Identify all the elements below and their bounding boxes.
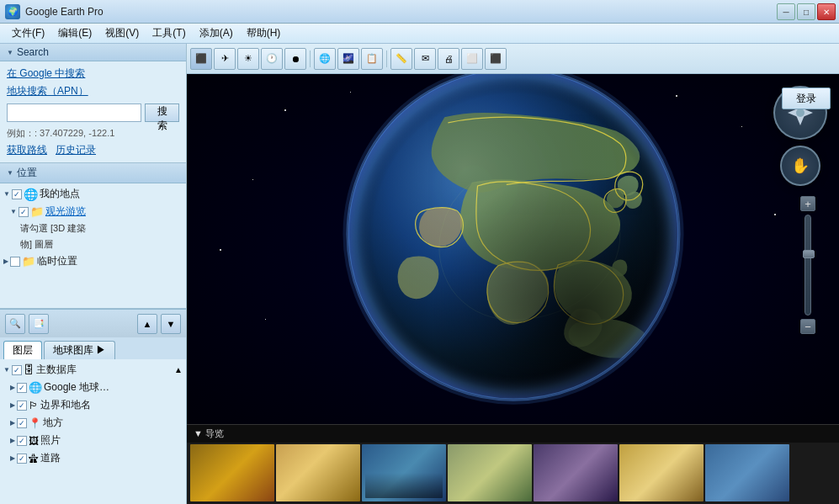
toolbar-fly[interactable]: ✈ bbox=[214, 48, 236, 70]
tour-item[interactable]: ▼ 📁 观光游览 bbox=[0, 203, 186, 220]
zoom-in-button[interactable]: + bbox=[800, 196, 815, 211]
position-triangle: ▼ bbox=[7, 169, 13, 177]
nav-thumb-5[interactable] bbox=[534, 444, 618, 501]
app-icon: 🌍 bbox=[5, 4, 20, 19]
borders-layer[interactable]: ▶ 🏳 边界和地名 bbox=[0, 396, 186, 414]
get-directions-link[interactable]: 获取路线 bbox=[7, 143, 47, 157]
toolbar-print[interactable]: 🖨 bbox=[438, 48, 459, 70]
toolbar-historical[interactable]: 🕐 bbox=[261, 48, 283, 70]
temp-places-checkbox[interactable] bbox=[10, 257, 20, 267]
nav-thumb-4[interactable] bbox=[448, 444, 532, 501]
main-toolbar: ⬛ ✈ ☀ 🕐 ⏺ 🌐 🌌 📋 📏 ✉ 🖨 ⬜ ⬛ 登录 bbox=[187, 44, 839, 74]
position-section: ▼ 位置 ▼ 🌐 我的地点 ▼ 📁 观光游览 bbox=[0, 163, 186, 309]
roads-layer[interactable]: ▶ 🛣 道路 bbox=[0, 449, 186, 467]
bookmarks-btn[interactable]: 📑 bbox=[29, 314, 49, 334]
nav-thumb-6[interactable] bbox=[619, 444, 704, 501]
search-tab-btn[interactable]: 🔍 bbox=[5, 314, 25, 334]
places-expand: ▶ bbox=[10, 419, 15, 427]
main-db-checkbox[interactable] bbox=[12, 365, 22, 375]
main-db-scroll: ▲ bbox=[174, 365, 183, 374]
borders-checkbox[interactable] bbox=[17, 401, 27, 411]
nav-strip-header[interactable]: ▼ 导览 bbox=[187, 425, 839, 443]
places-checkbox[interactable] bbox=[17, 418, 27, 428]
toolbar-email[interactable]: ✉ bbox=[414, 48, 436, 70]
tour-expand: ▼ bbox=[10, 208, 17, 215]
tilt-ring[interactable]: ✋ bbox=[780, 146, 820, 186]
toolbar-ruler[interactable]: 📏 bbox=[390, 48, 412, 70]
login-button[interactable]: 登录 bbox=[782, 88, 831, 109]
photos-layer[interactable]: ▶ 🖼 照片 bbox=[0, 432, 186, 449]
zoom-thumb[interactable] bbox=[803, 250, 815, 258]
my-places-checkbox[interactable] bbox=[12, 189, 22, 199]
globe-area[interactable]: N ✋ + − bbox=[187, 74, 839, 424]
search-action-links: 获取路线 历史记录 bbox=[7, 143, 179, 157]
window-controls: ─ □ ✕ bbox=[777, 3, 836, 20]
search-google-link[interactable]: 在 Google 中搜索 bbox=[7, 66, 85, 81]
roads-expand: ▶ bbox=[10, 454, 15, 462]
borders-icon: 🏳 bbox=[29, 400, 39, 411]
toolbar-sun[interactable]: ☀ bbox=[237, 48, 259, 70]
nav-up-btn[interactable]: ▲ bbox=[137, 314, 157, 334]
nav-thumb-3[interactable] bbox=[362, 444, 446, 501]
places-icon: 📍 bbox=[29, 417, 41, 429]
places-layer[interactable]: ▶ 📍 地方 bbox=[0, 414, 186, 432]
nav-down-btn[interactable]: ▼ bbox=[161, 314, 181, 334]
main-db-item[interactable]: ▼ 🗄 主数据库 ▲ bbox=[0, 361, 186, 379]
menu-edit[interactable]: 编辑(E) bbox=[51, 24, 98, 42]
search-apn-line: 地块搜索（APN） bbox=[7, 84, 179, 98]
zoom-track[interactable] bbox=[804, 215, 811, 316]
search-input[interactable] bbox=[7, 103, 141, 122]
nav-strip-images bbox=[187, 443, 839, 503]
search-button[interactable]: 搜索 bbox=[145, 103, 179, 122]
tour-checkbox[interactable] bbox=[19, 207, 29, 217]
nav-thumb-2[interactable] bbox=[276, 444, 360, 501]
tour-folder-icon: 📁 bbox=[30, 205, 44, 218]
history-link[interactable]: 历史记录 bbox=[56, 143, 96, 157]
toolbar-divider2 bbox=[386, 50, 387, 67]
menu-tools[interactable]: 工具(T) bbox=[146, 24, 192, 42]
layers-tab[interactable]: 图层 bbox=[3, 341, 42, 359]
nav-thumb-7[interactable] bbox=[705, 444, 789, 501]
toolbar-sky[interactable]: 🌌 bbox=[337, 48, 359, 70]
search-section: ▼ Search 在 Google 中搜索 地块搜索（APN） 搜索 例如：: … bbox=[0, 44, 186, 163]
nav-thumb-1[interactable] bbox=[190, 444, 274, 501]
photos-checkbox[interactable] bbox=[17, 436, 27, 446]
toolbar-navigate[interactable]: ⬛ bbox=[190, 48, 212, 70]
google-earth-checkbox[interactable] bbox=[17, 383, 27, 393]
roads-checkbox[interactable] bbox=[17, 454, 27, 464]
zoom-out-button[interactable]: − bbox=[800, 319, 815, 334]
toolbar-layers[interactable]: 📋 bbox=[361, 48, 383, 70]
borders-expand: ▶ bbox=[10, 401, 15, 409]
my-places-item[interactable]: ▼ 🌐 我的地点 bbox=[0, 185, 186, 203]
position-header[interactable]: ▼ 位置 bbox=[0, 163, 186, 183]
toolbar-record[interactable]: ⏺ bbox=[284, 48, 306, 70]
globe-shadow bbox=[348, 74, 678, 399]
search-triangle: ▼ bbox=[7, 49, 13, 56]
menu-file[interactable]: 文件(F) bbox=[5, 24, 51, 42]
roads-icon: 🛣 bbox=[29, 453, 39, 464]
google-earth-layer[interactable]: ▶ 🌐 Google 地球… bbox=[0, 379, 186, 396]
temp-places-folder-icon: 📁 bbox=[22, 255, 35, 268]
maximize-button[interactable]: □ bbox=[797, 3, 815, 20]
toolbar-extra[interactable]: ⬛ bbox=[485, 48, 507, 70]
toolbar-earth[interactable]: 🌐 bbox=[314, 48, 336, 70]
menubar: 文件(F) 编辑(E) 视图(V) 工具(T) 添加(A) 帮助(H) bbox=[0, 24, 839, 44]
menu-view[interactable]: 视图(V) bbox=[98, 24, 146, 42]
menu-add[interactable]: 添加(A) bbox=[193, 24, 240, 42]
toolbar-divider1 bbox=[310, 50, 311, 67]
search-header[interactable]: ▼ Search bbox=[0, 44, 186, 61]
panel-tabs: 图层 地球图库 ▶ bbox=[0, 337, 186, 359]
search-apn-link[interactable]: 地块搜索（APN） bbox=[7, 85, 88, 97]
minimize-button[interactable]: ─ bbox=[777, 3, 795, 20]
main-db-expand: ▼ bbox=[3, 366, 10, 374]
app-container: 🌍 Google Earth Pro ─ □ ✕ 文件(F) 编辑(E) 视图(… bbox=[0, 0, 839, 504]
close-button[interactable]: ✕ bbox=[817, 3, 836, 20]
my-places-label: 我的地点 bbox=[40, 187, 80, 201]
toolbar-export[interactable]: ⬜ bbox=[461, 48, 483, 70]
temp-places-item[interactable]: ▶ 📁 临时位置 bbox=[0, 252, 186, 270]
note-text2: 物] 圖層 bbox=[20, 238, 53, 251]
position-title: 位置 bbox=[17, 166, 37, 180]
menu-help[interactable]: 帮助(H) bbox=[240, 24, 288, 42]
earth-gallery-tab[interactable]: 地球图库 ▶ bbox=[44, 341, 115, 359]
note-item2: 物] 圖層 bbox=[0, 236, 186, 252]
